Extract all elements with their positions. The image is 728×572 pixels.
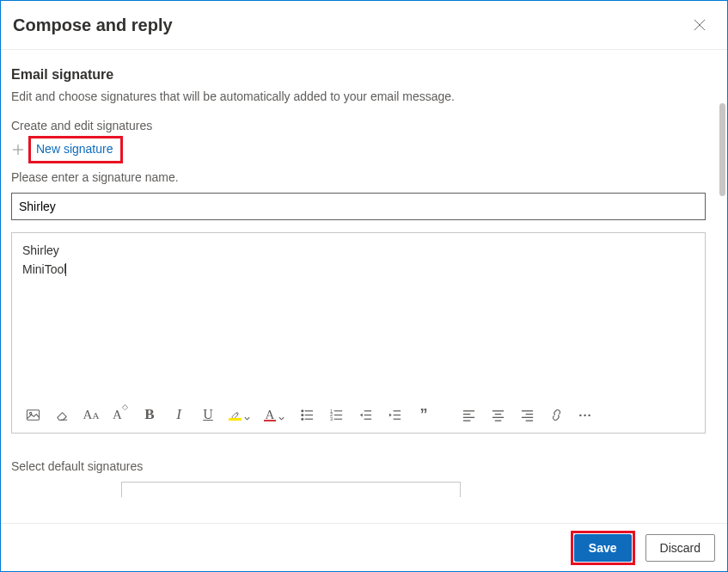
increase-indent-button[interactable] (386, 405, 403, 424)
highlight-button[interactable] (229, 405, 252, 424)
decrease-indent-button[interactable] (357, 405, 374, 424)
font-size-button[interactable]: A◇ (112, 405, 129, 424)
font-family-icon: AA (83, 408, 100, 422)
image-icon (26, 408, 40, 422)
signature-editor-body[interactable]: Shirley MiniTool (12, 233, 705, 397)
default-signatures-label: Select default signatures (11, 459, 715, 473)
svg-point-8 (301, 414, 303, 415)
save-button[interactable]: Save (574, 534, 632, 562)
insert-image-button[interactable] (24, 405, 41, 424)
panel-title: Compose and reply (13, 15, 173, 35)
more-options-button[interactable]: ··· (577, 405, 594, 424)
chevron-down-icon (243, 410, 252, 419)
align-left-icon (462, 408, 476, 422)
enter-name-prompt: Please enter a signature name. (11, 170, 715, 184)
outdent-icon (358, 408, 373, 422)
link-icon (549, 408, 564, 422)
editor-line-1: Shirley (22, 243, 59, 257)
editor-line-2: MiniTool (22, 262, 66, 276)
bullet-list-button[interactable] (298, 405, 315, 424)
close-icon (694, 19, 706, 31)
numbered-list-button[interactable]: 123 (327, 405, 345, 424)
italic-button[interactable]: I (170, 405, 187, 424)
email-signature-description: Edit and choose signatures that will be … (11, 89, 715, 103)
align-center-icon (491, 408, 505, 422)
indent-icon (388, 408, 402, 422)
font-color-icon: A (264, 409, 276, 421)
settings-panel: Compose and reply Email signature Edit a… (0, 0, 728, 572)
email-signature-heading: Email signature (11, 67, 715, 83)
save-button-highlight: Save (571, 531, 635, 565)
text-cursor (65, 263, 66, 276)
panel-header: Compose and reply (1, 1, 727, 50)
chevron-down-icon (278, 410, 286, 419)
signature-editor: Shirley MiniTool AA A◇ B I U (11, 232, 706, 434)
quote-button[interactable]: ” (415, 405, 432, 424)
bullet-list-icon (300, 408, 315, 422)
svg-point-6 (301, 410, 303, 412)
numbered-list-icon: 123 (329, 408, 344, 422)
plus-icon (11, 143, 25, 157)
underline-button[interactable]: U (199, 405, 217, 424)
font-color-button[interactable]: A (264, 405, 286, 424)
signature-name-input[interactable] (11, 193, 706, 220)
align-right-button[interactable] (518, 405, 535, 424)
new-signature-row: New signature (11, 136, 715, 163)
insert-link-button[interactable] (548, 405, 565, 424)
highlight-icon (229, 409, 242, 421)
eraser-icon (55, 408, 70, 422)
editor-toolbar: AA A◇ B I U A (12, 397, 705, 433)
close-button[interactable] (688, 13, 712, 37)
clear-formatting-button[interactable] (53, 405, 70, 424)
font-family-button[interactable]: AA (83, 405, 100, 424)
align-center-button[interactable] (489, 405, 506, 424)
scrollbar-thumb[interactable] (719, 103, 725, 196)
align-right-icon (520, 408, 535, 422)
new-signature-link[interactable]: New signature (28, 136, 123, 163)
default-signature-select[interactable] (121, 482, 461, 497)
create-edit-label: Create and edit signatures (11, 119, 715, 132)
font-size-icon: A◇ (113, 407, 128, 422)
align-left-button[interactable] (460, 405, 477, 424)
panel-footer: Save Discard (1, 523, 727, 571)
svg-point-10 (301, 418, 303, 420)
svg-text:3: 3 (329, 416, 332, 421)
bold-button[interactable]: B (141, 405, 158, 424)
panel-content: Email signature Edit and choose signatur… (1, 50, 727, 523)
discard-button[interactable]: Discard (645, 534, 715, 562)
